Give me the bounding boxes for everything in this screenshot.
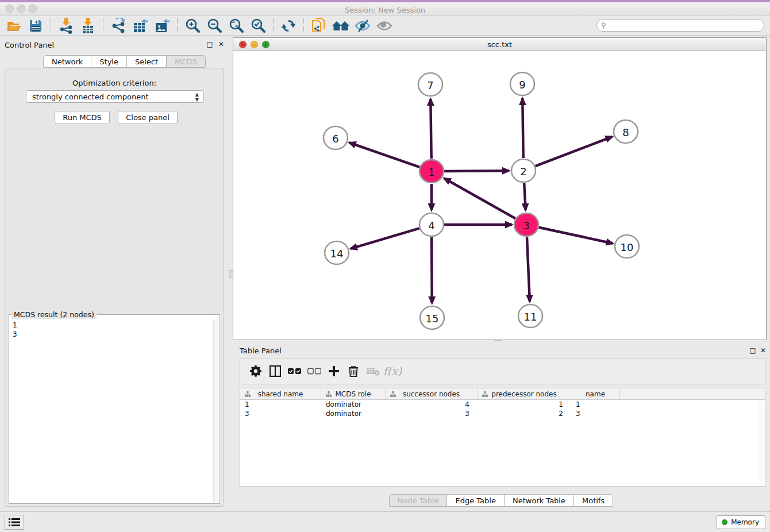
tab-motifs[interactable]: Motifs — [573, 494, 613, 507]
export-network-icon[interactable] — [109, 17, 128, 34]
task-history-button[interactable] — [5, 515, 24, 530]
edge-4-15[interactable] — [432, 237, 432, 303]
node-10[interactable]: 10 — [615, 235, 639, 258]
column-header-shared-name[interactable]: shared name — [240, 388, 321, 399]
edge-1-2[interactable] — [444, 171, 509, 171]
table-panel-tabs: Node TableEdge TableNetwork TableMotifs — [233, 494, 770, 507]
cell-name[interactable]: 1 — [571, 400, 620, 409]
tab-node-table[interactable]: Node Table — [389, 494, 448, 507]
mcds-result-box: MCDS result (2 nodes) 1 3 — [9, 314, 220, 504]
delete-table-icon[interactable] — [363, 361, 383, 381]
close-panel-icon[interactable]: ✕ — [217, 40, 225, 48]
svg-text:7: 7 — [427, 79, 433, 91]
column-header-successor-nodes[interactable]: successor nodes — [386, 388, 478, 399]
zoom-selected-icon[interactable] — [249, 17, 267, 34]
tab-style[interactable]: Style — [91, 55, 127, 68]
import-network-icon[interactable] — [57, 17, 75, 34]
edge-4-14[interactable] — [351, 228, 419, 249]
columns-icon[interactable] — [265, 361, 285, 381]
network-graph[interactable]: 1234678910111415 — [233, 51, 766, 340]
node-table[interactable]: shared nameMCDS rolesuccessor nodesprede… — [240, 388, 765, 487]
tab-mcds[interactable]: MCDS — [166, 55, 206, 68]
export-image-icon[interactable] — [153, 17, 171, 34]
node-4[interactable]: 4 — [419, 213, 444, 236]
node-7[interactable]: 7 — [418, 73, 442, 96]
table-scrollbar[interactable] — [760, 400, 764, 485]
mcds-result-scrollbar[interactable] — [213, 319, 218, 502]
close-table-panel-icon[interactable]: ✕ — [759, 346, 767, 354]
toolbar-separator — [177, 18, 178, 33]
memory-button[interactable]: Memory — [717, 515, 765, 529]
run-mcds-button[interactable]: Run MCDS — [55, 111, 110, 124]
edge-1-6[interactable] — [349, 142, 420, 167]
cell-predecessor-nodes[interactable]: 2 — [478, 409, 571, 418]
edge-3-1[interactable] — [444, 178, 515, 218]
hide-details-icon[interactable] — [353, 17, 372, 34]
edge-2-8[interactable] — [536, 137, 613, 166]
tab-select[interactable]: Select — [126, 55, 167, 68]
svg-text:1: 1 — [428, 166, 434, 178]
node-11[interactable]: 11 — [518, 304, 542, 327]
show-details-icon[interactable] — [375, 17, 394, 34]
zoom-fit-icon[interactable] — [227, 17, 245, 34]
edge-3-11[interactable] — [527, 237, 530, 302]
memory-label: Memory — [731, 518, 759, 526]
export-table-icon[interactable] — [131, 17, 149, 34]
column-header-name[interactable]: name — [571, 388, 620, 399]
status-bar: Memory — [0, 511, 770, 532]
float-table-panel-icon[interactable]: □ — [749, 346, 757, 354]
edge-2-9[interactable] — [522, 98, 523, 158]
add-row-icon[interactable] — [324, 361, 344, 381]
edge-2-3[interactable] — [524, 183, 526, 210]
cell-successor-nodes[interactable]: 3 — [386, 409, 478, 418]
column-header-predecessor-nodes[interactable]: predecessor nodes — [478, 388, 571, 399]
deselect-all-icon[interactable] — [305, 361, 324, 381]
select-all-icon[interactable] — [285, 361, 305, 381]
save-icon[interactable] — [26, 17, 45, 34]
node-15[interactable]: 15 — [420, 306, 444, 329]
table-panel-title: Table Panel — [240, 346, 282, 355]
cell-predecessor-nodes[interactable]: 1 — [478, 400, 571, 409]
node-14[interactable]: 14 — [325, 241, 349, 264]
open-folder-icon[interactable] — [5, 17, 23, 34]
cell-shared-name[interactable]: 1 — [240, 400, 321, 409]
node-8[interactable]: 8 — [614, 120, 638, 143]
table-row[interactable]: 3dominator323 — [240, 409, 765, 418]
table-panel: Table Panel □ ✕ — [233, 342, 770, 511]
mcds-result-text[interactable]: 1 3 — [10, 319, 213, 502]
edge-1-7[interactable] — [430, 99, 431, 159]
cell-MCDS-role[interactable]: dominator — [321, 409, 386, 418]
node-6[interactable]: 6 — [324, 126, 348, 149]
float-panel-icon[interactable]: □ — [206, 40, 214, 48]
close-panel-button[interactable]: Close panel — [118, 111, 178, 124]
zoom-out-icon[interactable] — [205, 17, 224, 34]
node-3[interactable]: 3 — [514, 213, 538, 236]
optimization-criterion-select[interactable]: strongly connected component ▲▼ — [26, 90, 204, 103]
home-icon[interactable] — [332, 17, 350, 34]
tab-network[interactable]: Network — [43, 55, 91, 68]
tab-edge-table[interactable]: Edge Table — [446, 494, 504, 507]
node-1[interactable]: 1 — [419, 160, 444, 183]
optimization-criterion-value: strongly connected component — [32, 92, 149, 101]
search-input[interactable] — [596, 19, 764, 32]
cell-name[interactable]: 3 — [571, 409, 620, 418]
network-window-titlebar[interactable]: ✕ − + scc.txt — [233, 38, 766, 51]
function-builder-icon[interactable]: f(x) — [383, 361, 402, 381]
network-window-title: scc.txt — [233, 40, 766, 49]
cell-successor-nodes[interactable]: 4 — [386, 400, 478, 409]
node-9[interactable]: 9 — [510, 72, 534, 95]
copy-network-view-icon[interactable] — [310, 17, 328, 34]
delete-row-icon[interactable] — [344, 361, 363, 381]
column-header-MCDS-role[interactable]: MCDS role — [321, 388, 386, 399]
import-table-icon[interactable] — [79, 17, 97, 34]
edge-3-10[interactable] — [539, 228, 613, 244]
refresh-layout-icon[interactable] — [279, 17, 298, 34]
cell-shared-name[interactable]: 3 — [240, 409, 321, 418]
cell-MCDS-role[interactable]: dominator — [321, 400, 386, 409]
tab-network-table[interactable]: Network Table — [504, 494, 574, 507]
node-2[interactable]: 2 — [511, 159, 536, 182]
table-row[interactable]: 1dominator411 — [240, 400, 765, 409]
zoom-in-icon[interactable] — [183, 17, 202, 34]
gear-icon[interactable] — [246, 361, 265, 381]
control-panel-title: Control Panel — [5, 41, 54, 49]
